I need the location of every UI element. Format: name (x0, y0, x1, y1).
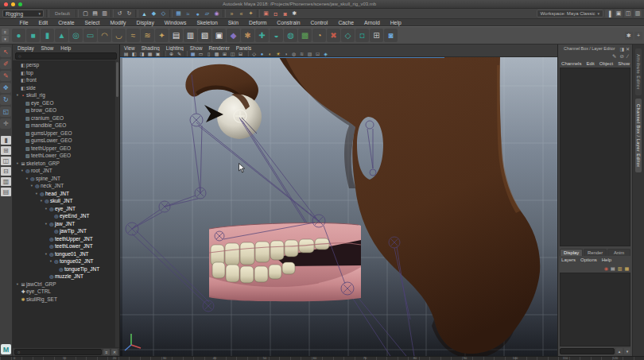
select-tool[interactable]: ↖ (0, 47, 11, 57)
menu-constrain[interactable]: Constrain (272, 20, 305, 25)
outliner-item-eye_geo[interactable]: ▧eye_GEO (13, 99, 119, 107)
add-layer-from-selected-icon[interactable]: ▥ (618, 265, 623, 271)
render-settings-icon[interactable]: ✱ (290, 10, 299, 18)
outliner-item-cranium_geo[interactable]: ▧cranium_GEO (13, 114, 119, 122)
scene-canvas[interactable] (120, 57, 557, 356)
output-connections-icon[interactable]: « (237, 10, 246, 18)
toggle-tool-settings-icon[interactable]: ◫ (624, 10, 632, 17)
twist-deformer-icon[interactable]: ≈ (126, 29, 140, 42)
film-gate-icon[interactable]: ▭ (197, 51, 204, 56)
layer-move-icon[interactable]: ▦ (624, 265, 629, 271)
select-hierarchy-icon[interactable]: ▲ (140, 10, 149, 18)
safe-action-icon[interactable]: ◫ (229, 51, 236, 56)
menu-display[interactable]: Display (131, 20, 159, 25)
viewport-menu-shading[interactable]: Shading (142, 45, 160, 51)
layer-menu-layers[interactable]: Layers (561, 257, 576, 262)
minimize-window-button[interactable] (11, 2, 15, 6)
toggle-channel-box-icon[interactable]: ▥ (634, 10, 642, 17)
snap-point-icon[interactable]: ● (193, 10, 202, 18)
motion-blur-icon[interactable]: ≋ (298, 51, 305, 56)
menu-select[interactable]: Select (80, 20, 105, 25)
outliner-item-tongue02_jnt[interactable]: ▾◎tongue02_JNT (13, 257, 119, 265)
perspective-viewport[interactable]: ViewShadingLightingShowRendererPanels ▤◧… (120, 45, 558, 356)
poly-plane-icon[interactable]: ▭ (83, 29, 97, 42)
snap-grid-icon[interactable]: ▦ (174, 10, 183, 18)
outliner-scrollbar[interactable] (115, 60, 119, 347)
bookmark-icon[interactable]: ▦ (146, 51, 153, 56)
time-slider[interactable]: 0102030405060708090100110120 (0, 356, 644, 360)
redo-icon[interactable]: ↻ (125, 10, 134, 18)
close-window-button[interactable] (4, 2, 8, 6)
safe-title-icon[interactable]: ⊟ (237, 51, 244, 56)
filter-options-button[interactable]: ≡ (103, 349, 110, 355)
outliner-item-brow_geo[interactable]: ▧brow_GEO (13, 106, 119, 114)
duplicate-doc-icon[interactable]: ▥ (184, 29, 197, 42)
move-tool[interactable]: ✥ (0, 83, 11, 93)
two-d-pan-zoom-icon[interactable]: ⊕ (168, 51, 175, 56)
flare-deformer-icon[interactable]: ◡ (112, 29, 126, 42)
outliner-item-teethlower_geo[interactable]: ▧teethLower_GEO (13, 152, 119, 160)
layer-visibility-icon[interactable]: ◉ (604, 265, 608, 271)
scrollbar-thumb[interactable] (116, 62, 118, 97)
layout-four-view[interactable]: ⊞ (1, 146, 11, 155)
select-component-icon[interactable]: ◇ (159, 10, 168, 18)
poly-cone-icon[interactable]: ▲ (55, 29, 68, 42)
image-plane-icon[interactable]: ▣ (154, 51, 161, 56)
paint-select-tool[interactable]: ✎ (0, 71, 11, 81)
outliner-item-gumslower_geo[interactable]: ▧gumsLower_GEO (13, 137, 119, 145)
viewport-menu-view[interactable]: View (124, 45, 135, 51)
outliner-menu-display[interactable]: Display (17, 45, 34, 51)
side-tab-channel-box-layer-editor[interactable]: Channel Box / Layer Editor (635, 99, 642, 173)
outliner-item-spine_jnt[interactable]: ▾◎spine_JNT (13, 175, 119, 183)
x-ray-icon[interactable]: ◈ (322, 51, 329, 56)
menu-help[interactable]: Help (385, 20, 406, 25)
menu-file[interactable]: File (14, 20, 33, 25)
menu-edit[interactable]: Edit (33, 20, 53, 25)
outliner-menu-show[interactable]: Show (41, 45, 54, 51)
layer-menu-help[interactable]: Help (602, 257, 611, 262)
outliner-item-teethupper_geo[interactable]: ▧teethUpper_GEO (13, 145, 119, 153)
render-ball-icon[interactable]: ◙ (384, 29, 398, 42)
ipr-render-icon[interactable]: ◙ (281, 10, 289, 18)
grease-pencil-icon[interactable]: ✎ (176, 51, 183, 56)
menu-create[interactable]: Create (53, 20, 80, 25)
layer-tab-render[interactable]: Render (584, 249, 607, 256)
viewport-menu-show[interactable]: Show (190, 45, 203, 51)
viewport-menu-renderer[interactable]: Renderer (209, 45, 230, 51)
outliner-item-tonguetip_jnt[interactable]: ◎tongueTip_JNT (13, 265, 119, 273)
scene-view[interactable] (120, 57, 557, 356)
layer-up-button[interactable]: ▴ (616, 348, 623, 354)
outliner-item-jaw_jnt[interactable]: ▾◎jaw_JNT (13, 220, 119, 228)
menu-skeleton[interactable]: Skeleton (192, 20, 223, 25)
scale-tool[interactable]: ◱ (0, 106, 11, 117)
camera-attributes-icon[interactable]: ◨ (138, 51, 145, 56)
channel-box-menu-show[interactable]: Show (618, 61, 630, 66)
shelf-tabs-menu-button[interactable]: ≡ (2, 29, 9, 35)
outliner-item-persp[interactable]: ◧persp (13, 61, 119, 69)
lights-icon[interactable]: ☀ (274, 51, 281, 56)
mirror-icon[interactable]: ◇ (341, 29, 355, 42)
ik-handle-icon[interactable]: ◒ (270, 29, 283, 42)
gate-mask-icon[interactable]: ▩ (213, 51, 220, 56)
close-icon[interactable]: ✕ (626, 46, 630, 52)
outliner-item-eyeend_jnt[interactable]: ◎eyeEnd_JNT (13, 212, 119, 220)
slow-channel-icon[interactable]: ✎ (612, 53, 616, 60)
layout-uv-editor[interactable]: ▤ (1, 188, 11, 196)
rotate-tool[interactable]: ↻ (0, 95, 11, 105)
menu-arnold[interactable]: Arnold (359, 20, 386, 25)
menu-control[interactable]: Control (305, 20, 333, 25)
maximize-window-button[interactable] (18, 2, 22, 6)
layout-hypershade[interactable]: ▥ (1, 177, 11, 186)
shelf-options-button[interactable]: ▾ (2, 36, 9, 42)
wrap-icon[interactable]: ✱ (241, 29, 254, 42)
outliner-item-eye_jnt[interactable]: ▾◎eye_JNT (13, 205, 119, 213)
outliner-search[interactable]: ○ (15, 52, 117, 60)
shadows-icon[interactable]: ◑ (282, 52, 289, 56)
shelf-gear-icon[interactable]: ✱ (625, 32, 633, 40)
skin-bind-icon[interactable]: ◍ (284, 29, 297, 42)
snap-curve-icon[interactable]: ≈ (184, 10, 192, 18)
outliner-item-jawtip_jnt[interactable]: ◎jawTip_JNT (13, 227, 119, 235)
viewport-menu-panels[interactable]: Panels (236, 45, 251, 51)
textured-icon[interactable]: ◐ (266, 52, 274, 56)
channel-box-menu-channels[interactable]: Channels (561, 61, 581, 66)
